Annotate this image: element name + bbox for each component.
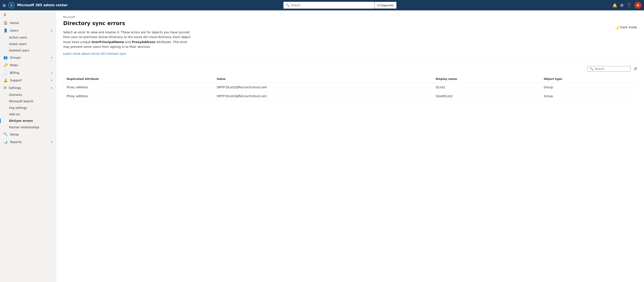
sidebar-item-users[interactable]: 👤 Users ∧ (0, 27, 56, 34)
sidebar-item-microsoft-search[interactable]: Microsoft Search (9, 98, 56, 105)
ui-diagnostic-button[interactable]: UI Diagnostic (374, 2, 396, 9)
sidebar-item-active-users[interactable]: Active users (9, 34, 56, 41)
sidebar-item-roles[interactable]: 🔑 Roles (0, 61, 56, 69)
main-content: 🌙 Dark mode Microsoft Directory sync err… (56, 11, 644, 282)
dark-mode-icon: 🌙 (615, 25, 619, 29)
sidebar-item-support[interactable]: 🔔 Support ∨ (0, 76, 56, 84)
table-row[interactable]: Proxy address SMTP:DList2@fkd.exchcloud.… (63, 83, 637, 92)
app-logo (8, 2, 15, 9)
chevron-down-icon: ∨ (50, 56, 52, 59)
sidebar-item-domains[interactable]: Domains (9, 92, 56, 98)
reports-icon: 📊 (4, 140, 8, 144)
dark-mode-toggle[interactable]: 🌙 Dark mode (615, 25, 637, 29)
sidebar-item-reports[interactable]: 📊 Reports ∨ (0, 138, 56, 146)
sidebar: ☰ 🏠 Home 👤 Users ∧ Active users Guest us… (0, 11, 56, 282)
users-icon: 👤 (4, 28, 8, 33)
topbar-search-wrap: 🔍 UI Diagnostic (70, 2, 610, 9)
groups-icon: 👥 (4, 55, 8, 60)
content-divider (63, 60, 637, 60)
col-duplicated-attribute: Duplicated attribute (63, 75, 213, 83)
grid-icon[interactable]: ⊞ (2, 3, 6, 8)
topbar: ⊞ Microsoft 365 admin center 🔍 UI Diagno… (0, 0, 644, 11)
main-layout: ☰ 🏠 Home 👤 Users ∧ Active users Guest us… (0, 11, 644, 282)
cell-value-0: SMTP:DList2@fkd.exchcloud.com (213, 83, 432, 92)
chevron-down-icon-billing: ∨ (50, 71, 52, 74)
cell-display-name-0: DList2 (432, 83, 540, 92)
sidebar-item-settings[interactable]: ⚙ Settings ∧ (0, 84, 56, 92)
cell-duplicated-attribute-0: Proxy address (63, 83, 213, 92)
hamburger-icon: ☰ (4, 13, 6, 17)
cell-value-1: SMTP:DList2@fkd.exchcloud.com (213, 92, 432, 100)
table-search-wrap[interactable]: 🔍 (587, 66, 630, 72)
chevron-up-icon-settings: ∧ (50, 86, 52, 89)
setup-icon: 🔧 (4, 132, 8, 136)
cell-display-name-1: Grp4DList2 (432, 92, 540, 100)
sidebar-item-home[interactable]: 🏠 Home (0, 19, 56, 27)
settings-sidebar-icon: ⚙ (4, 86, 6, 90)
chevron-up-icon: ∧ (50, 29, 52, 32)
sidebar-item-groups[interactable]: 👥 Groups ∨ (0, 54, 56, 61)
avatar[interactable]: A (634, 2, 642, 9)
help-icon[interactable]: ❓ (627, 3, 632, 8)
learn-more-link[interactable]: Learn more about Azure AD Connect sync (63, 52, 126, 55)
app-title: Microsoft 365 admin center (17, 3, 68, 7)
cell-duplicated-attribute-1: Proxy address (63, 92, 213, 100)
topbar-search-box[interactable]: 🔍 (284, 2, 374, 9)
topbar-search-input[interactable] (291, 4, 372, 7)
billing-icon: 🧾 (4, 71, 8, 75)
sidebar-item-deleted-users[interactable]: Deleted users (9, 47, 56, 54)
table-search-icon: 🔍 (590, 67, 594, 71)
sidebar-item-guest-users[interactable]: Guest users (9, 41, 56, 47)
chevron-down-icon-support: ∨ (50, 79, 52, 82)
chevron-down-icon-reports: ∨ (50, 140, 52, 143)
table-header: Duplicated attribute Value Display name … (63, 75, 637, 83)
dark-mode-label: Dark mode (620, 26, 637, 29)
cell-object-type-1: Group (540, 92, 637, 100)
topbar-left: ⊞ Microsoft 365 admin center (2, 2, 68, 9)
col-display-name: Display name (432, 75, 540, 83)
settings-icon[interactable]: ⚙ (620, 3, 624, 8)
support-icon: 🔔 (4, 78, 8, 82)
sync-errors-table: Duplicated attribute Value Display name … (63, 75, 637, 101)
sidebar-item-partner-relationships[interactable]: Partner relationships (9, 124, 56, 131)
topbar-search-icon: 🔍 (286, 4, 290, 7)
filter-icon[interactable]: ☰ (634, 67, 637, 71)
breadcrumb: Microsoft (63, 16, 637, 19)
sidebar-item-org-settings[interactable]: Org settings (9, 105, 56, 111)
page-title: Directory sync errors (63, 20, 637, 27)
sidebar-item-add-ins[interactable]: Add-ins (9, 111, 56, 118)
sidebar-settings-submenu: Domains Microsoft Search Org settings Ad… (0, 92, 56, 131)
bell-icon[interactable]: 🔔 (612, 3, 617, 8)
home-icon: 🏠 (4, 21, 8, 25)
cell-object-type-0: Group (540, 83, 637, 92)
page-description: Select an error to view and resolve it. … (63, 30, 193, 49)
bold-proxy: ProxyAddress (132, 40, 155, 44)
sidebar-toggle-button[interactable]: ☰ (0, 11, 56, 19)
table-toolbar: 🔍 ☰ (63, 64, 637, 73)
col-object-type: Object type (540, 75, 637, 83)
roles-icon: 🔑 (4, 63, 8, 67)
sidebar-item-billing[interactable]: 🧾 Billing ∨ (0, 69, 56, 76)
table-search-input[interactable] (595, 67, 628, 71)
topbar-right: 🔔 ⚙ ❓ A (612, 2, 642, 9)
bold-upn: UserPrincipalName (92, 40, 124, 44)
col-value: Value (213, 75, 432, 83)
table-row[interactable]: Proxy address SMTP:DList2@fkd.exchcloud.… (63, 92, 637, 100)
sidebar-item-setup[interactable]: 🔧 Setup (0, 131, 56, 138)
sidebar-item-dirsync-errors[interactable]: DirSync errors (9, 118, 56, 124)
table-header-row: Duplicated attribute Value Display name … (63, 75, 637, 83)
sidebar-users-submenu: Active users Guest users Deleted users (0, 34, 56, 54)
table-body: Proxy address SMTP:DList2@fkd.exchcloud.… (63, 83, 637, 100)
